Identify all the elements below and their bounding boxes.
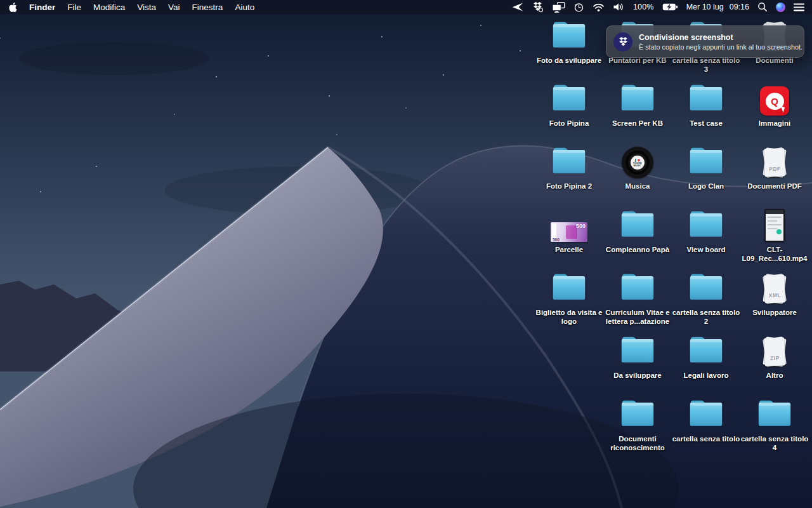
desktop-icon-grid: Foto da sviluppare Puntatori per KB cart…	[0, 0, 812, 508]
volume-icon[interactable]	[613, 2, 625, 12]
desktop-icon-curriculum-vitae-e-lettera-p-atazione[interactable]: Curriculum Vitae e lettera p...atazione	[603, 272, 672, 326]
battery-charging-icon[interactable]	[662, 3, 678, 11]
desktop-icon-art	[535, 272, 603, 305]
desktop-icon-label: Musica	[601, 182, 674, 191]
desktop-icon-da-sviluppare[interactable]: Da sviluppare	[603, 335, 672, 380]
desktop-icon-foto-pipina[interactable]: Foto Pipina	[535, 83, 603, 128]
desktop-icon-label: Puntatori per KB	[601, 57, 674, 65]
desktop-icon-art	[672, 209, 740, 242]
video-thumbnail-icon	[764, 209, 785, 242]
notification-body: È stato copiato negli appunti un link al…	[639, 43, 797, 51]
battery-percent[interactable]: 100%	[633, 3, 654, 11]
desktop-icon-art: PDF	[740, 145, 809, 178]
desktop-icon-label: Documenti riconoscimento	[601, 435, 674, 452]
desktop-icon-art	[603, 272, 672, 305]
desktop-icon-label: Documenti	[738, 57, 811, 65]
desktop-icon-label: cartella senza titolo	[669, 435, 743, 444]
desktop-icon-view-board[interactable]: View board	[672, 209, 740, 255]
desktop-icon-screen-per-kb[interactable]: Screen Per KB	[603, 83, 672, 128]
red-q-app-icon: Q	[760, 86, 789, 116]
desktop-icon-label: cartella senza titolo 3	[669, 57, 743, 74]
banknote-icon: 500500	[551, 222, 587, 242]
desktop-icon-label: View board	[669, 246, 743, 255]
menu-item-finestra[interactable]: Finestra	[192, 3, 223, 12]
desktop-icon-art: Q	[740, 83, 809, 116]
apple-menu[interactable]	[9, 3, 17, 12]
folder-icon	[686, 81, 726, 116]
menu-bar-status: 100% Mer 10 lug 09:16	[511, 1, 804, 13]
paper-plane-icon[interactable]	[511, 2, 523, 12]
desktop-icon-label: Sviluppatore	[738, 309, 811, 318]
folder-icon	[618, 271, 657, 305]
desktop-icon-art	[603, 209, 672, 242]
desktop-icon-art	[672, 145, 740, 178]
vinyl-record-icon: I ♥ HOUSEMUSIC	[622, 147, 653, 178]
folder-icon	[686, 208, 726, 242]
desktop-icon-musica[interactable]: I ♥ HOUSEMUSICMusica	[603, 145, 672, 191]
desktop-icon-label: cartella senza titolo 4	[738, 435, 811, 452]
time-machine-icon[interactable]	[573, 2, 584, 13]
folder-icon	[686, 397, 726, 431]
menu-bar-left: Finder FileModificaVistaVaiFinestraAiuto	[9, 3, 254, 12]
menu-bar-time[interactable]: 09:16	[730, 3, 749, 11]
desktop-icon-label: cartella senza titolo 2	[669, 309, 743, 326]
notification-text: Condivisione screenshot È stato copiato …	[639, 33, 797, 51]
menu-items: FileModificaVistaVaiFinestraAiuto	[67, 3, 254, 12]
desktop-icon-immagini[interactable]: QImmagini	[740, 83, 809, 128]
desktop-icon-biglietto-da-visita-e-logo[interactable]: Biglietto da visita e logo	[535, 272, 603, 326]
desktop-icon-cartella-senza-titolo[interactable]: cartella senza titolo	[672, 398, 740, 444]
desktop-icon-test-case[interactable]: Test case	[672, 83, 740, 128]
menu-item-modifica[interactable]: Modifica	[93, 3, 125, 12]
folder-icon	[549, 81, 589, 116]
menu-item-vai[interactable]: Vai	[168, 3, 180, 12]
desktop-icon-logo-clan[interactable]: Logo Clan	[672, 145, 740, 191]
desktop-icon-art	[603, 83, 672, 116]
desktop-icon-art	[672, 272, 740, 305]
spotlight-icon[interactable]	[757, 2, 768, 12]
desktop-icon-art	[603, 335, 672, 368]
desktop-icon-art: I ♥ HOUSEMUSIC	[603, 145, 672, 178]
desktop-icon-legali-lavoro[interactable]: Legali lavoro	[672, 335, 740, 380]
desktop-icon-label: Foto Pipina	[532, 119, 606, 128]
desktop-icon-art	[740, 209, 809, 242]
desktop-icon-art	[603, 398, 672, 431]
folder-icon	[549, 18, 589, 53]
menu-item-aiuto[interactable]: Aiuto	[235, 3, 254, 12]
folder-icon	[618, 208, 657, 242]
siri-icon[interactable]	[776, 3, 785, 12]
desktop-icon-label: Da sviluppare	[601, 371, 674, 380]
desktop-icon-foto-da-sviluppare[interactable]: Foto da sviluppare	[535, 20, 603, 65]
desktop: Foto da sviluppare Puntatori per KB cart…	[0, 0, 812, 508]
desktop-icon-art: ZIP	[740, 335, 809, 368]
desktop-icon-art	[672, 335, 740, 368]
desktop-icon-sviluppatore[interactable]: XMLSviluppatore	[740, 272, 809, 318]
dropbox-sync-icon[interactable]	[532, 1, 544, 13]
notification-center-icon[interactable]	[794, 3, 804, 11]
folder-icon	[618, 81, 657, 116]
desktop-icon-altro[interactable]: ZIPAltro	[740, 335, 809, 380]
desktop-icon-documenti-pdf[interactable]: PDFDocumenti PDF	[740, 145, 809, 191]
desktop-icon-clt-l09-rec-610-mp4[interactable]: CLT-L09_Rec...610.mp4	[740, 209, 809, 263]
xml-document-stack-icon: XML	[760, 273, 789, 305]
desktop-icon-art: XML	[740, 272, 809, 305]
displays-icon[interactable]	[552, 2, 565, 13]
desktop-icon-cartella-senza-titolo-2[interactable]: cartella senza titolo 2	[672, 272, 740, 326]
desktop-icon-label: Test case	[669, 119, 743, 128]
desktop-icon-foto-pipina-2[interactable]: Foto Pipina 2	[535, 145, 603, 191]
desktop-icon-documenti-riconoscimento[interactable]: Documenti riconoscimento	[603, 398, 672, 452]
desktop-icon-cartella-senza-titolo-4[interactable]: cartella senza titolo 4	[740, 398, 809, 452]
app-menu-finder[interactable]: Finder	[29, 3, 55, 12]
desktop-icon-art	[535, 145, 603, 178]
menu-bar-date[interactable]: Mer 10 lug	[686, 3, 724, 11]
menu-item-file[interactable]: File	[67, 3, 81, 12]
wifi-icon[interactable]	[593, 3, 605, 12]
notification-title: Condivisione screenshot	[639, 33, 797, 42]
desktop-icon-label: Foto Pipina 2	[532, 182, 606, 191]
folder-icon	[686, 271, 726, 305]
folder-icon	[549, 144, 589, 178]
desktop-icon-art	[672, 83, 740, 116]
desktop-icon-compleanno-pap[interactable]: Compleanno Papà	[603, 209, 672, 255]
menu-item-vista[interactable]: Vista	[137, 3, 156, 12]
notification-banner[interactable]: Condivisione screenshot È stato copiato …	[606, 25, 804, 58]
desktop-icon-parcelle[interactable]: 500500Parcelle	[535, 209, 603, 255]
